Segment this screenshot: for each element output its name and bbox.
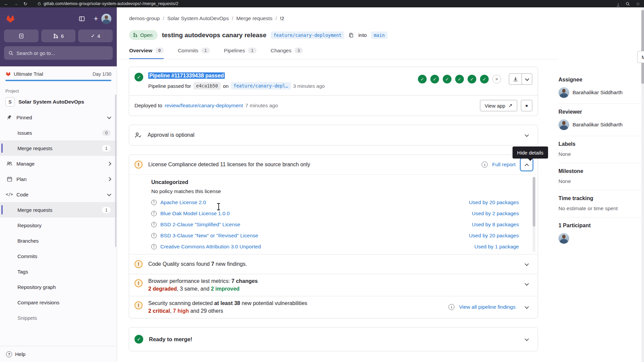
issues-shortcut-button[interactable]	[4, 29, 39, 42]
view-app-button[interactable]: View app ↗	[480, 100, 517, 111]
target-branch-chip[interactable]: main	[371, 32, 387, 39]
gitlab-logo[interactable]	[5, 14, 15, 24]
breadcrumb-merge-requests[interactable]: Merge requests	[236, 15, 272, 21]
browser-refresh-icon[interactable]: ↻	[23, 2, 27, 6]
download-artifacts-button[interactable]	[509, 73, 532, 85]
browser-chrome: ← → ↻ gitlab.com/demos-group/solar-syste…	[0, 0, 644, 7]
license-link[interactable]: Blue Oak Model License 1.0.0	[160, 210, 230, 217]
deploy-time-ago: 7 minutes ago	[245, 103, 278, 109]
pipeline-stage-passed-icon[interactable]: ✓	[480, 75, 489, 83]
used-by-link[interactable]: Used by 20 packages	[469, 199, 519, 205]
info-icon[interactable]: i	[482, 162, 488, 168]
used-by-link[interactable]: Used by 1 package	[474, 244, 519, 250]
pipeline-stage-passed-icon[interactable]: ✓	[443, 75, 451, 83]
browser-zoom-icon[interactable]	[626, 2, 630, 6]
sidebar-item-pinned[interactable]: Pinned	[0, 110, 117, 125]
breadcrumb-group[interactable]: demos-group	[129, 15, 160, 21]
sidebar-item-merge-requests[interactable]: Merge requests 1	[0, 140, 117, 156]
license-link[interactable]: Apache License 2.0	[160, 199, 206, 205]
sidebar-item-plan[interactable]: Plan	[0, 171, 117, 187]
used-by-link[interactable]: Used by 8 packages	[472, 222, 519, 228]
environment-link[interactable]: review/feature/canary-deployment	[165, 103, 243, 109]
tab-count: 0	[155, 48, 164, 53]
sidebar-item-commits[interactable]: Commits	[0, 248, 117, 264]
mr-header: Open testing autodevops canary release f…	[129, 30, 558, 40]
tab-count: 3	[294, 48, 303, 53]
time-tracking-value: No estimate or time spent	[558, 205, 642, 212]
mark-as-ready-button-partial[interactable]: M	[637, 51, 644, 63]
info-icon[interactable]: i	[448, 304, 454, 310]
browser-forward-icon[interactable]: →	[14, 2, 18, 6]
view-pipeline-findings-link[interactable]: View all pipeline findings	[459, 304, 516, 310]
sidebar-item-label: Commits	[17, 253, 37, 259]
browser-back-icon[interactable]: ←	[4, 2, 8, 6]
sidebar-item-branches[interactable]: Branches	[0, 233, 117, 248]
source-branch-chip[interactable]: feature/canary-deployment	[271, 32, 344, 39]
sidebar-item-snippets[interactable]: Snippets	[0, 310, 117, 325]
tab-changes[interactable]: Changes 3	[271, 47, 303, 59]
license-link[interactable]: BSD 3-Clause "New" or "Revised" License	[160, 233, 258, 239]
trial-widget[interactable]: Ultimate Trial Day 1/30	[0, 66, 117, 84]
commit-sha-chip[interactable]: e4ca1b50	[194, 82, 221, 89]
user-avatar[interactable]	[101, 14, 111, 24]
address-bar[interactable]: gitlab.com/demos-group/solar-system-auto…	[37, 1, 178, 6]
pipeline-stage-passed-icon[interactable]: ✓	[468, 75, 476, 83]
tab-pipelines[interactable]: Pipelines 1	[224, 47, 257, 59]
sidebar-item-code[interactable]: </> Code	[0, 187, 117, 202]
reviewer-user[interactable]: Barahalikar Siddharth	[558, 119, 642, 130]
create-new-button[interactable]: +	[91, 13, 101, 24]
sidebar-toggle-icon[interactable]	[76, 13, 87, 24]
code-quality-expand-button[interactable]	[521, 258, 532, 270]
todo-check-icon: ✓	[91, 33, 95, 39]
used-by-link[interactable]: Used by 20 packages	[469, 233, 519, 239]
pipeline-ref-chip[interactable]: feature/canary-depl…	[231, 82, 291, 89]
merge-widget-expand-button[interactable]	[521, 334, 532, 345]
page-scrollbar-thumb[interactable]	[641, 10, 644, 84]
sidebar-item-compare-revisions[interactable]: Compare revisions	[0, 295, 117, 310]
sidebar-project-item[interactable]: S Solar System AutoDevOps	[0, 94, 117, 110]
warning-icon: !	[135, 260, 143, 268]
merge-requests-count: 6	[61, 33, 64, 39]
help-menu-item[interactable]: ? Help	[0, 346, 117, 362]
license-link[interactable]: Creative Commons Attribution 3.0 Unporte…	[160, 244, 261, 250]
browser-download-icon[interactable]: ↓	[617, 1, 620, 6]
used-by-link[interactable]: Used by 2 packages	[472, 210, 519, 217]
full-report-link[interactable]: Full report	[492, 162, 516, 168]
pipeline-stage-passed-icon[interactable]: ✓	[418, 75, 427, 83]
performance-expand-button[interactable]	[521, 278, 532, 290]
tab-commits[interactable]: Commits 1	[178, 47, 210, 59]
license-scrollbar-thumb[interactable]	[533, 177, 535, 227]
sidebar-item-manage[interactable]: Manage	[0, 156, 117, 171]
sidebar-section-label: Project	[0, 84, 117, 94]
pipeline-stage-passed-icon[interactable]: ✓	[430, 75, 439, 83]
license-link[interactable]: BSD 2-Clause "Simplified" License	[160, 222, 240, 228]
assignee-user[interactable]: Barahalikar Siddharth	[558, 87, 642, 98]
merge-requests-shortcut-button[interactable]: 6	[41, 29, 76, 42]
breadcrumb-project[interactable]: Solar System AutoDevOps	[167, 15, 229, 21]
sidebar-item-repository[interactable]: Repository	[0, 218, 117, 233]
approval-expand-button[interactable]	[521, 129, 532, 141]
pipeline-stage-passed-icon[interactable]: ✓	[455, 75, 464, 83]
sidebar-item-label: Compare revisions	[17, 300, 59, 305]
more-stages-button[interactable]: »	[492, 75, 501, 83]
copy-branch-icon[interactable]	[348, 33, 354, 38]
sidebar-scrollbar[interactable]	[115, 95, 116, 247]
license-scrollbar-track[interactable]	[533, 177, 535, 252]
browser-bookmark-icon[interactable]: ☆	[636, 2, 640, 6]
todos-shortcut-button[interactable]: ✓ 4	[78, 29, 113, 42]
time-tracking-section: Time tracking No estimate or time spent	[558, 190, 642, 218]
breadcrumb: demos-group / Solar System AutoDevOps / …	[117, 7, 558, 21]
sidebar-item-code-merge-requests[interactable]: Merge requests 1	[0, 202, 117, 218]
chevron-down-icon	[107, 115, 111, 119]
sidebar-item-tags[interactable]: Tags	[0, 264, 117, 279]
sidebar-item-issues[interactable]: Issues 0	[0, 125, 117, 140]
tab-overview[interactable]: Overview 0	[129, 47, 164, 59]
stop-environment-button[interactable]: ■	[521, 100, 532, 111]
security-expand-button[interactable]	[521, 301, 532, 313]
license-bullet-icon: !	[151, 200, 157, 205]
approval-widget: Approval is optional	[129, 125, 538, 145]
search-input[interactable]: Search or go to...	[4, 46, 113, 60]
sidebar-item-repository-graph[interactable]: Repository graph	[0, 279, 117, 295]
participant-user[interactable]	[558, 233, 642, 244]
pipeline-title: Pipeline #1171339438 passed	[148, 73, 325, 79]
